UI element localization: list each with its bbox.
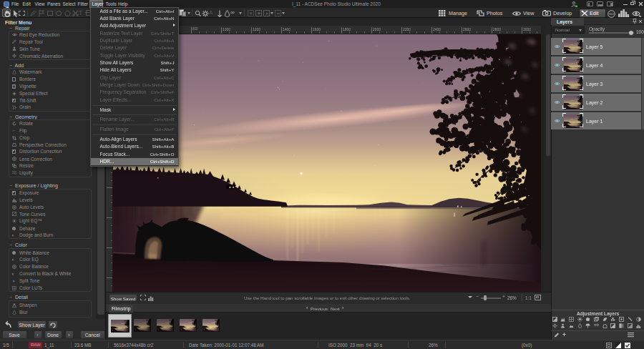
svg-text:360: 360 [609,12,615,16]
